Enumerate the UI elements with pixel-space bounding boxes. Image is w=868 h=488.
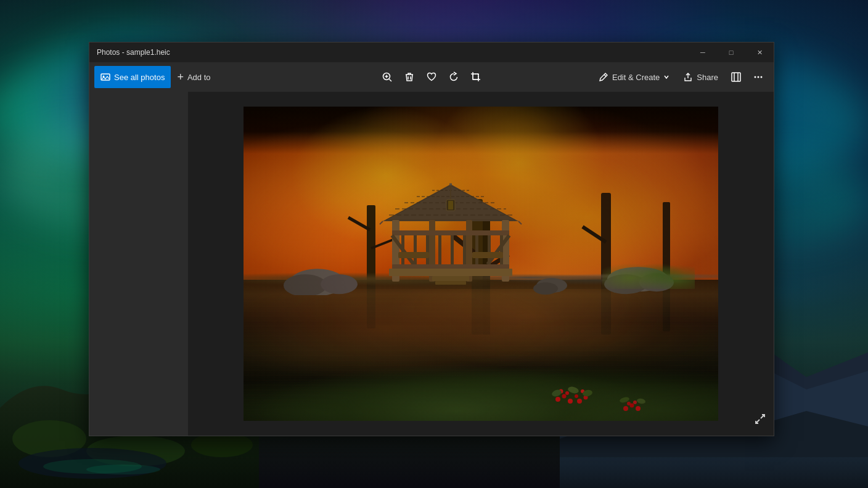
share-icon xyxy=(683,72,693,82)
zoom-icon xyxy=(382,71,393,83)
more-button[interactable] xyxy=(748,66,769,88)
fit-button[interactable] xyxy=(726,66,747,88)
title-bar-controls: ─ □ ✕ xyxy=(689,43,774,62)
left-panel xyxy=(89,92,188,436)
rotate-icon xyxy=(448,71,459,83)
svg-line-102 xyxy=(756,420,760,423)
svg-line-66 xyxy=(380,221,383,224)
svg-line-22 xyxy=(604,75,606,76)
svg-rect-5 xyxy=(560,457,868,488)
svg-rect-21 xyxy=(473,74,478,79)
toolbar-right: Edit & Create Share xyxy=(592,66,769,88)
svg-point-27 xyxy=(758,76,760,78)
svg-point-41 xyxy=(568,399,573,404)
svg-point-28 xyxy=(761,76,763,78)
delete-button[interactable] xyxy=(399,66,420,88)
photo-canvas xyxy=(244,107,718,421)
share-label: Share xyxy=(697,73,718,82)
delete-icon xyxy=(404,71,415,83)
svg-point-49 xyxy=(567,386,579,394)
svg-rect-72 xyxy=(392,230,509,235)
edit-create-label: Edit & Create xyxy=(612,73,660,82)
svg-point-12 xyxy=(86,465,160,474)
add-icon: + xyxy=(177,71,184,83)
edit-icon xyxy=(599,72,608,82)
fit-icon xyxy=(731,71,742,83)
favorite-button[interactable] xyxy=(421,66,442,88)
expand-icon xyxy=(754,413,766,425)
svg-line-16 xyxy=(390,79,392,82)
zoom-button[interactable] xyxy=(377,66,398,88)
svg-point-54 xyxy=(627,402,631,405)
add-to-label: Add to xyxy=(187,73,211,82)
share-button[interactable]: Share xyxy=(677,66,724,88)
title-bar: Photos - sample1.heic ─ □ ✕ xyxy=(89,43,774,62)
svg-point-100 xyxy=(533,282,558,295)
svg-point-45 xyxy=(577,399,582,404)
crop-button[interactable] xyxy=(465,66,486,88)
close-button[interactable]: ✕ xyxy=(745,43,774,62)
toolbar: See all photos + Add to xyxy=(89,62,774,92)
photos-icon xyxy=(100,72,110,82)
center-tools xyxy=(377,66,486,88)
expand-button[interactable] xyxy=(754,413,766,428)
svg-rect-23 xyxy=(732,73,740,81)
see-all-photos-button[interactable]: See all photos xyxy=(94,66,171,88)
window-title: Photos - sample1.heic xyxy=(97,48,170,57)
svg-point-39 xyxy=(555,397,560,402)
svg-line-67 xyxy=(518,221,522,224)
photo-area[interactable] xyxy=(188,92,774,436)
heart-icon xyxy=(426,71,437,83)
rotate-button[interactable] xyxy=(443,66,464,88)
maximize-button[interactable]: □ xyxy=(717,43,745,62)
svg-point-55 xyxy=(633,401,637,404)
edit-create-button[interactable]: Edit & Create xyxy=(592,66,676,88)
svg-rect-92 xyxy=(448,201,453,209)
svg-point-57 xyxy=(636,398,645,404)
svg-line-101 xyxy=(761,415,764,418)
svg-point-53 xyxy=(636,406,641,411)
app-window: Photos - sample1.heic ─ □ ✕ See a xyxy=(89,42,774,436)
svg-point-26 xyxy=(755,76,756,78)
svg-point-95 xyxy=(321,274,358,294)
chevron-down-icon xyxy=(663,74,669,80)
svg-point-42 xyxy=(565,391,569,395)
shore-plants-right xyxy=(602,252,695,289)
svg-point-51 xyxy=(623,406,628,411)
see-all-photos-label: See all photos xyxy=(114,73,165,82)
svg-point-40 xyxy=(562,394,567,399)
add-to-button[interactable]: + Add to xyxy=(171,66,216,88)
svg-point-9 xyxy=(191,433,253,457)
more-icon xyxy=(753,71,764,83)
crop-icon xyxy=(470,71,481,83)
main-content xyxy=(89,92,774,436)
minimize-button[interactable]: ─ xyxy=(689,43,717,62)
svg-point-44 xyxy=(575,394,578,398)
